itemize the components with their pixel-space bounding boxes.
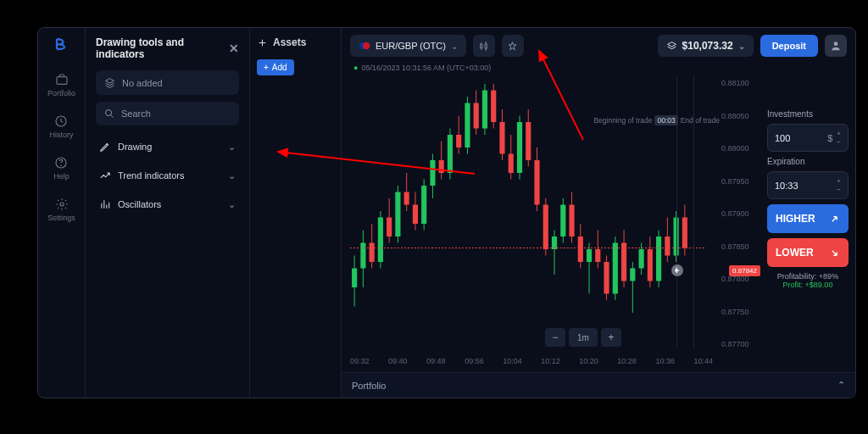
nav-history[interactable]: History [49,114,73,139]
indicators-button[interactable] [502,35,524,57]
dec-button[interactable]: − [837,138,841,146]
help-icon [54,156,68,170]
briefcase-icon [55,73,69,86]
indicator-icon [507,41,518,52]
inc-button[interactable]: + [837,177,841,185]
balance-selector[interactable]: $10,073.32 ⌄ [658,35,754,57]
pencil-icon [99,141,111,153]
chevron-down-icon: ⌄ [228,199,236,210]
y-axis: 0.881000.880500.880000.879500.879000.878… [721,79,762,348]
svg-point-4 [60,203,64,206]
nav-label: Portfolio [47,89,75,97]
search-placeholder: Search [121,108,151,119]
chevron-up-icon: ⌃ [837,380,845,391]
rail-nav: Portfolio History Help Settings [38,28,86,398]
chart-type-button[interactable] [473,35,495,57]
chart-block: EUR/GBP (OTC) ⌄ $10,073.32 ⌄ Deposit ●05… [342,28,855,398]
section-label: Drawing [118,142,152,152]
trade-timer: Beginning of trade00:03End of trade [593,116,720,125]
user-icon [830,40,842,52]
svg-rect-0 [57,77,67,85]
assets-panel: Assets +Add [250,28,342,398]
stack-icon [666,41,677,52]
clock-icon [54,114,68,128]
svg-point-3 [61,165,62,166]
search-input[interactable]: Search [96,102,239,125]
timeframe-label[interactable]: 1m [569,328,598,347]
date-line: ●05/16/2023 10:31:56 AM (UTC+03:00) [342,64,855,75]
trade-side-panel: Investments 100 $+− Expiration 10:33 +− … [767,109,849,289]
layers-icon [104,77,115,88]
avatar[interactable] [825,35,847,57]
nav-label: Help [53,172,70,181]
chevron-down-icon: ⌄ [451,42,458,51]
nav-label: History [49,131,73,139]
exp-label: Expiration [767,157,849,166]
nav-label: Settings [47,214,75,222]
panel-title: Drawing tools and indicators [96,36,229,60]
dec-button[interactable]: − [837,186,841,193]
portfolio-bar[interactable]: Portfolio ⌃ [342,372,855,398]
logo-icon[interactable] [54,36,70,56]
plus-move-icon [257,37,268,48]
no-added-box: No added [96,70,239,95]
timeframe-control: − 1m + [545,328,621,347]
arrow-down-icon [829,248,840,259]
bars-icon [99,198,111,210]
trend-icon [99,170,111,181]
svg-point-5 [106,110,112,116]
assets-title: Assets [257,36,334,48]
tools-panel: Drawing tools and indicators ✕ No added … [86,28,250,398]
zoom-in-button[interactable]: + [601,328,621,347]
no-added-label: No added [122,78,163,88]
nav-help[interactable]: Help [53,156,70,181]
higher-button[interactable]: HIGHER [767,204,849,233]
x-axis: 09:3209:4009:4809:5610:0410:1210:2010:28… [350,357,713,365]
zoom-out-button[interactable]: − [545,328,565,347]
search-icon [104,108,114,119]
section-trend[interactable]: Trend indicators ⌄ [96,161,239,190]
lower-button[interactable]: LOWER [767,238,849,267]
pair-selector[interactable]: EUR/GBP (OTC) ⌄ [350,35,466,57]
arrow-up-icon [829,214,840,225]
add-asset-button[interactable]: +Add [257,59,294,75]
investment-input[interactable]: 100 $+− [767,124,849,152]
section-osc[interactable]: Oscillators ⌄ [96,190,239,219]
flag-icon [359,40,370,52]
candles-icon [478,41,489,52]
svg-point-8 [834,42,838,46]
section-drawing[interactable]: Drawing ⌄ [96,132,239,161]
profitability-text: Profitability: +89% Profit: +$89.00 [767,272,849,289]
deposit-button[interactable]: Deposit [760,35,818,57]
svg-point-7 [363,42,370,49]
top-bar: EUR/GBP (OTC) ⌄ $10,073.32 ⌄ Deposit [342,28,855,64]
nav-settings[interactable]: Settings [47,198,75,222]
section-label: Trend indicators [118,170,184,181]
price-marker-icon [670,264,684,277]
inc-button[interactable]: + [837,130,841,137]
expiration-input[interactable]: 10:33 +− [767,171,849,199]
chevron-down-icon: ⌄ [228,170,236,181]
app-window: Portfolio History Help Settings Drawing … [37,27,856,398]
inv-label: Investments [767,109,849,119]
chart-area[interactable]: Beginning of trade00:03End of trade 0.87… [342,75,855,398]
section-label: Oscillators [118,199,161,209]
nav-portfolio[interactable]: Portfolio [47,73,75,97]
chevron-down-icon: ⌄ [228,142,236,153]
chevron-down-icon: ⌄ [738,42,745,51]
gear-icon [55,198,69,211]
close-icon[interactable]: ✕ [229,42,239,55]
